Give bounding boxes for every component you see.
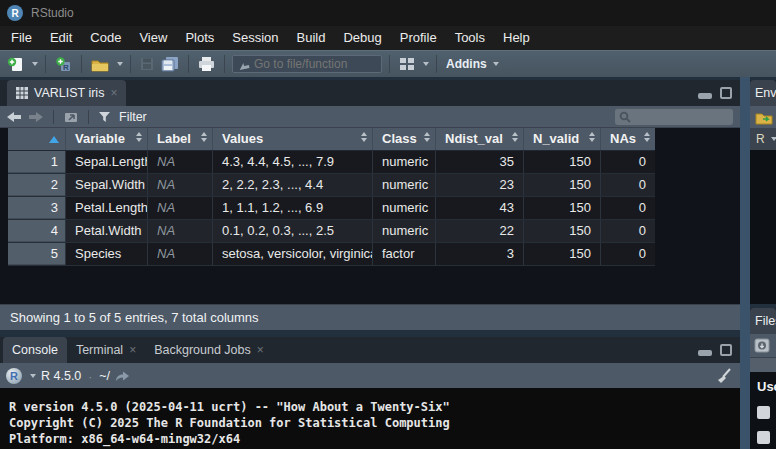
col-class[interactable]: Class [372, 128, 435, 150]
col-label: Ndist_val [445, 131, 503, 146]
menu-help[interactable]: Help [494, 26, 539, 50]
menu-session[interactable]: Session [223, 26, 287, 50]
col-ndist-val[interactable]: Ndist_val [435, 128, 523, 150]
table-header-row: Variable Label Values Class Ndist_val [8, 128, 655, 151]
cell-class: numeric [372, 151, 435, 173]
environment-tabstrip: Environment [750, 80, 776, 106]
cell-nvalid: 150 [523, 151, 600, 173]
tab-background-jobs[interactable]: Background Jobs [145, 337, 273, 363]
col-label-col[interactable]: Label [147, 128, 212, 150]
table-row: 2 Sepal.Width NA 2, 2.2, 2.3, ..., 4.4 n… [8, 174, 655, 197]
save-all-button[interactable] [159, 54, 181, 74]
tab-console[interactable]: Console [3, 337, 67, 363]
tab-varlist-iris[interactable]: VARLIST iris [7, 80, 126, 106]
data-grid-icon [16, 87, 28, 99]
goto-file-input[interactable] [254, 57, 372, 71]
new-file-dropdown-icon[interactable] [32, 62, 38, 66]
close-tab-icon[interactable] [257, 344, 264, 356]
maximize-pane-icon[interactable] [720, 87, 732, 99]
cell-values: 2, 2.2, 2.3, ..., 4.4 [212, 174, 372, 196]
tab-environment[interactable]: Environment [750, 80, 776, 106]
maximize-pane-icon[interactable] [720, 344, 732, 356]
col-label: Class [382, 131, 417, 146]
cell-label: NA [147, 243, 212, 265]
col-n-valid[interactable]: N_valid [523, 128, 600, 150]
clear-console-icon[interactable] [716, 368, 732, 384]
print-icon [198, 56, 215, 72]
open-file-button[interactable] [89, 55, 111, 74]
open-file-dropdown-icon[interactable] [117, 62, 123, 66]
menu-file[interactable]: File [2, 26, 41, 50]
file-checkbox[interactable] [757, 406, 770, 419]
viewer-toolbar-separator [88, 110, 89, 124]
pane-splitter-vertical[interactable] [740, 77, 750, 449]
r-version-dropdown-icon[interactable] [30, 374, 36, 378]
open-new-window-icon[interactable] [63, 110, 79, 123]
cell-label: NA [147, 220, 212, 242]
close-tab-icon[interactable] [110, 87, 117, 99]
file-checkbox[interactable] [757, 431, 770, 444]
workspace: VARLIST iris Filter [0, 77, 776, 449]
col-values[interactable]: Values [212, 128, 372, 150]
menu-plots[interactable]: Plots [176, 26, 223, 50]
cell-class: numeric [372, 220, 435, 242]
minimize-pane-icon[interactable] [698, 350, 712, 356]
load-workspace-icon[interactable] [755, 110, 773, 125]
cell-ndist: 3 [435, 243, 523, 265]
pane-layout-button[interactable] [397, 55, 417, 73]
sort-arrows-icon[interactable] [589, 132, 595, 142]
cell-variable: Sepal.Length [65, 151, 147, 173]
addins-button[interactable]: Addins [446, 57, 487, 71]
rstudio-logo-icon: R [7, 5, 23, 21]
menu-debug[interactable]: Debug [334, 26, 390, 50]
col-label: Variable [75, 131, 125, 146]
filter-icon[interactable] [98, 111, 111, 123]
cell-label: NA [147, 197, 212, 219]
menu-view[interactable]: View [130, 26, 176, 50]
menu-profile[interactable]: Profile [391, 26, 446, 50]
console-output: R version 4.5.0 (2025-04-11 ucrt) -- "Ho… [0, 388, 740, 447]
goto-file-search[interactable] [232, 55, 382, 73]
goto-directory-icon[interactable] [115, 370, 130, 382]
working-directory[interactable]: ~/ [99, 369, 110, 383]
menu-tools[interactable]: Tools [446, 26, 494, 50]
toolbar-separator [389, 55, 390, 73]
new-file-button[interactable] [5, 54, 26, 75]
menu-edit[interactable]: Edit [41, 26, 81, 50]
pane-layout-dropdown-icon[interactable] [423, 62, 429, 66]
menu-code[interactable]: Code [81, 26, 130, 50]
files-path-bar[interactable] [750, 358, 776, 372]
sort-arrows-icon[interactable] [136, 132, 142, 142]
close-tab-icon[interactable] [129, 344, 136, 356]
minimize-pane-icon[interactable] [698, 93, 712, 99]
tab-files[interactable]: Files [750, 308, 776, 334]
tab-label: Files [755, 314, 776, 328]
col-variable[interactable]: Variable [65, 128, 147, 150]
row-number: 2 [8, 174, 65, 196]
sort-arrows-icon[interactable] [361, 132, 367, 142]
new-folder-icon[interactable] [754, 337, 771, 354]
menu-build[interactable]: Build [288, 26, 335, 50]
sort-arrows-icon[interactable] [424, 132, 430, 142]
col-rownum[interactable] [8, 128, 65, 150]
sort-arrows-icon[interactable] [201, 132, 207, 142]
col-nas[interactable]: NAs [600, 128, 655, 150]
table-search-input[interactable] [634, 110, 724, 124]
console-line: Copyright (C) 2025 The R Foundation for … [9, 415, 740, 431]
sort-arrows-icon[interactable] [644, 132, 650, 142]
print-button[interactable] [196, 54, 217, 74]
tab-label: Terminal [76, 343, 123, 357]
col-label: Values [222, 131, 263, 146]
save-button[interactable] [138, 55, 156, 73]
table-search-box[interactable] [615, 108, 733, 125]
sort-ascending-icon [49, 136, 59, 143]
back-icon[interactable] [6, 111, 22, 123]
forward-icon[interactable] [28, 111, 44, 123]
filter-button[interactable]: Filter [119, 110, 147, 124]
addins-dropdown-icon[interactable] [493, 62, 499, 66]
environment-r-selector[interactable]: R [750, 128, 776, 150]
r-version-icon: R [6, 368, 22, 384]
new-project-button[interactable]: R [53, 54, 74, 75]
sort-arrows-icon[interactable] [512, 132, 518, 142]
tab-terminal[interactable]: Terminal [67, 337, 145, 363]
